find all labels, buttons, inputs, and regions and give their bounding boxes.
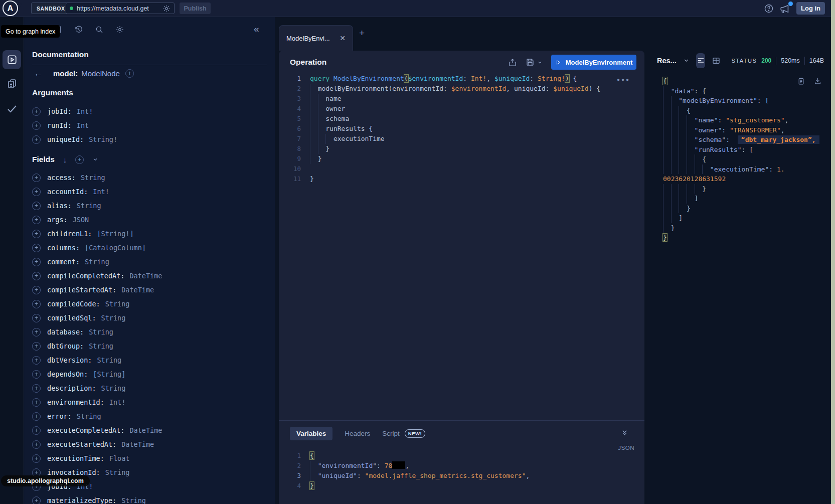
add-field-icon[interactable]: + (32, 202, 41, 210)
save-icon[interactable] (526, 58, 535, 67)
field-type[interactable]: String (97, 356, 121, 364)
field-row[interactable]: +childrenL1:[String!] (32, 227, 268, 241)
add-field-icon[interactable]: + (32, 314, 41, 322)
field-row[interactable]: +materializedType:String (32, 493, 268, 504)
add-field-icon[interactable]: + (32, 328, 41, 337)
variables-editor[interactable]: 1{2"environmentId": 78,3"uniqueId": "mod… (279, 451, 624, 491)
field-row[interactable]: +args:JSON (32, 213, 268, 227)
tab-script[interactable]: Script (382, 430, 400, 437)
field-type[interactable]: String (81, 174, 105, 182)
field-row[interactable]: +environmentId:Int! (32, 395, 268, 409)
run-operation-button[interactable]: ModelByEnvironment (551, 55, 636, 70)
tab-headers[interactable]: Headers (345, 430, 370, 437)
field-type[interactable]: [String] (93, 370, 125, 378)
field-type[interactable]: JSON (73, 216, 89, 224)
tab-variables[interactable]: Variables (290, 427, 332, 440)
sort-down-icon[interactable]: ↓ (63, 155, 67, 164)
tab-modelbyenvironment[interactable]: ModelByEnvi... ✕ (279, 25, 353, 51)
argument-row[interactable]: +jobId:Int! (32, 104, 263, 118)
add-field-icon[interactable]: + (32, 412, 41, 421)
add-field-icon[interactable]: + (32, 216, 41, 224)
field-type[interactable]: [CatalogColumn] (85, 244, 146, 252)
add-field-icon[interactable]: + (32, 440, 41, 449)
field-row[interactable]: +executionTime:Float (32, 451, 268, 465)
add-field-icon[interactable]: + (32, 107, 41, 116)
field-type[interactable]: String (101, 384, 126, 392)
field-type[interactable]: Int (77, 121, 89, 129)
field-row[interactable]: +compiledCode:String (32, 297, 268, 311)
add-field-icon[interactable]: + (32, 370, 41, 379)
field-type[interactable]: DateTime (121, 286, 154, 294)
field-row[interactable]: +dependsOn:[String] (32, 367, 268, 381)
response-chevron-icon[interactable] (683, 57, 690, 64)
format-view-toggle[interactable] (696, 53, 706, 68)
add-field-icon[interactable]: + (32, 356, 41, 365)
add-field-icon[interactable]: + (32, 188, 41, 196)
field-row[interactable]: +compileCompletedAt:DateTime (32, 269, 268, 283)
login-button[interactable]: Log in (796, 2, 825, 15)
field-type[interactable]: [String!] (97, 230, 133, 238)
history-icon[interactable] (74, 25, 83, 34)
field-type[interactable]: String (77, 202, 101, 210)
field-row[interactable]: +executeCompletedAt:DateTime (32, 423, 268, 437)
field-row[interactable]: +accountId:Int! (32, 185, 268, 199)
field-type[interactable]: String (85, 258, 109, 266)
add-field-icon[interactable]: + (32, 135, 41, 144)
add-field-icon[interactable]: + (32, 300, 41, 308)
chevron-down-icon[interactable] (92, 156, 98, 162)
add-field-icon[interactable]: + (32, 230, 41, 238)
add-field-icon[interactable]: + (32, 426, 41, 435)
field-type[interactable]: Int! (109, 398, 126, 406)
apollo-logo[interactable]: A (3, 1, 18, 16)
add-field-icon[interactable]: + (32, 342, 41, 351)
field-row[interactable]: +compileStartedAt:DateTime (32, 283, 268, 297)
field-type[interactable]: DateTime (129, 426, 162, 434)
sidebar-item-explorer[interactable] (3, 50, 21, 69)
response-json[interactable]: {"data": {"modelByEnvironment": [{"name"… (647, 70, 831, 243)
field-type[interactable]: String (89, 328, 113, 336)
publish-button[interactable]: Publish (180, 3, 211, 14)
tab-close-icon[interactable]: ✕ (340, 35, 346, 42)
endpoint-url-input[interactable]: https://metadata.cloud.get (66, 3, 175, 14)
sidebar-item-checks[interactable] (6, 102, 19, 115)
field-row[interactable]: +alias:String (32, 199, 268, 213)
field-type[interactable]: String (105, 300, 130, 308)
add-field-icon[interactable]: + (32, 174, 41, 182)
field-row[interactable]: +comment:String (32, 255, 268, 269)
back-arrow-icon[interactable]: ← (34, 69, 43, 78)
field-type[interactable]: DateTime (121, 440, 154, 448)
field-row[interactable]: +executeStartedAt:DateTime (32, 437, 268, 451)
add-all-fields-button[interactable]: + (125, 69, 134, 78)
field-type[interactable]: String (121, 496, 146, 504)
add-field-icon[interactable]: + (32, 244, 41, 252)
field-type[interactable]: Int! (93, 188, 109, 196)
search-icon[interactable] (95, 25, 104, 34)
field-row[interactable]: +database:String (32, 325, 268, 339)
field-type[interactable]: String (77, 412, 101, 420)
share-icon[interactable] (508, 58, 517, 67)
announcements-icon[interactable] (779, 4, 792, 15)
connection-settings-gear-icon[interactable] (162, 5, 171, 13)
add-fields-button[interactable]: + (75, 155, 84, 164)
add-field-icon[interactable]: + (32, 286, 41, 294)
argument-row[interactable]: +runId:Int (32, 118, 263, 132)
field-row[interactable]: +dbtVersion:String (32, 353, 268, 367)
add-field-icon[interactable]: + (32, 496, 41, 504)
field-type[interactable]: String (105, 468, 130, 476)
help-icon[interactable] (764, 4, 774, 14)
collapse-panel-icon[interactable] (621, 429, 628, 436)
save-chevron-icon[interactable] (537, 60, 543, 65)
response-title[interactable]: Res... (657, 57, 677, 65)
add-field-icon[interactable]: + (32, 258, 41, 266)
query-editor[interactable]: 1query ModelByEnvironment($environmentId… (279, 74, 624, 184)
sidebar-item-schema[interactable] (6, 77, 19, 90)
field-type[interactable]: String! (89, 135, 117, 143)
field-row[interactable]: +compiledSql:String (32, 311, 268, 325)
field-row[interactable]: +dbtGroup:String (32, 339, 268, 353)
breadcrumb-type[interactable]: ModelNode (81, 69, 120, 78)
table-view-icon[interactable] (712, 56, 721, 65)
field-row[interactable]: +access:String (32, 171, 268, 185)
add-field-icon[interactable]: + (32, 454, 41, 463)
argument-row[interactable]: +uniqueId:String! (32, 132, 263, 146)
field-type[interactable]: DateTime (129, 272, 162, 280)
